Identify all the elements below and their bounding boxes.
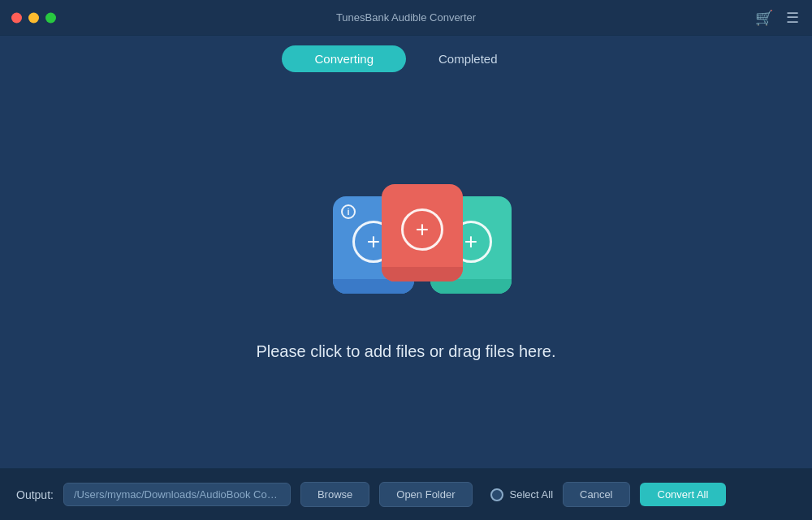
select-all-container[interactable]: Select All: [490, 488, 553, 501]
tab-completed[interactable]: Completed: [406, 45, 530, 72]
book-left-plus-icon: +: [367, 230, 380, 253]
app-title: TunesBank Audible Converter: [336, 11, 476, 24]
book-left-info: i: [341, 204, 356, 219]
book-right-plus-icon: +: [464, 230, 477, 253]
titlebar-actions: 🛒 ☰: [755, 9, 799, 27]
tab-converting[interactable]: Converting: [282, 45, 406, 72]
books-illustration[interactable]: i + + +: [309, 180, 503, 310]
app-window: TunesBank Audible Converter 🛒 ☰ Converti…: [0, 0, 812, 520]
convert-all-button[interactable]: Convert All: [640, 483, 727, 506]
select-all-radio[interactable]: [490, 488, 503, 501]
tabbar: Converting Completed: [0, 36, 812, 72]
output-label: Output:: [16, 488, 54, 501]
book-center: +: [382, 184, 463, 281]
main-content-area[interactable]: i + + + Please click to: [0, 72, 812, 468]
book-center-plus-icon: +: [416, 218, 429, 241]
book-center-spine: [382, 267, 463, 281]
browse-button[interactable]: Browse: [300, 482, 369, 507]
close-button[interactable]: [11, 12, 22, 23]
traffic-lights: [11, 12, 56, 23]
maximize-button[interactable]: [45, 12, 56, 23]
book-center-icon-circle: +: [401, 208, 443, 251]
open-folder-button[interactable]: Open Folder: [379, 482, 472, 507]
output-path[interactable]: /Users/mymac/Downloads/AudioBook Convert: [63, 483, 291, 506]
bottom-bar: Output: /Users/mymac/Downloads/AudioBook…: [0, 468, 812, 520]
cancel-button[interactable]: Cancel: [563, 482, 629, 507]
cart-icon[interactable]: 🛒: [755, 9, 773, 27]
drop-text[interactable]: Please click to add files or drag files …: [256, 342, 555, 361]
menu-icon[interactable]: ☰: [786, 9, 799, 27]
minimize-button[interactable]: [28, 12, 39, 23]
titlebar: TunesBank Audible Converter 🛒 ☰: [0, 0, 812, 36]
select-all-label[interactable]: Select All: [510, 488, 553, 501]
